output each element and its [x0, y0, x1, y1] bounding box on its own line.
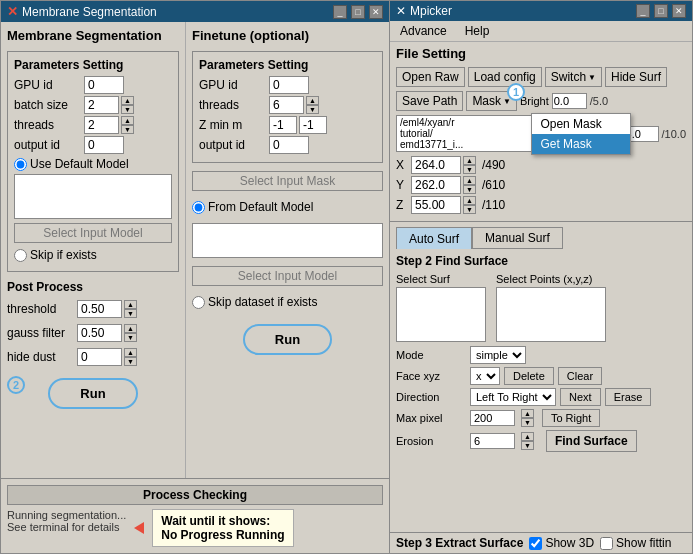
- show-fitting-checkbox[interactable]: [600, 537, 613, 550]
- ft-threads-spinbox: ▲ ▼: [306, 96, 319, 114]
- ft-threads-down[interactable]: ▼: [306, 105, 319, 114]
- show-fitting-row: Show fittin: [600, 536, 671, 550]
- mask-dropdown-menu: Open Mask Get Mask: [531, 113, 631, 155]
- mem-seg-section: Membrane Segmentation Parameters Setting…: [1, 22, 186, 478]
- x-up[interactable]: ▲: [463, 156, 476, 165]
- clear-btn[interactable]: Clear: [558, 367, 602, 385]
- direction-select[interactable]: Left To Right: [470, 388, 556, 406]
- ft-gpu-row: GPU id: [199, 76, 376, 94]
- x-down[interactable]: ▼: [463, 165, 476, 174]
- next-btn[interactable]: Next: [560, 388, 601, 406]
- delete-btn[interactable]: Delete: [504, 367, 554, 385]
- threshold-spinbox: ▲ ▼: [124, 300, 137, 318]
- output-input[interactable]: [84, 136, 124, 154]
- use-default-model-radio[interactable]: [14, 158, 27, 171]
- select-input-mask-btn[interactable]: Select Input Mask: [192, 171, 383, 191]
- erase-btn[interactable]: Erase: [605, 388, 652, 406]
- threads-up[interactable]: ▲: [121, 116, 134, 125]
- ft-gpu-label: GPU id: [199, 78, 269, 92]
- hide-dust-up[interactable]: ▲: [124, 348, 137, 357]
- gauss-input[interactable]: [77, 324, 122, 342]
- face-xyz-select[interactable]: x: [470, 367, 500, 385]
- open-mask-item[interactable]: Open Mask: [532, 114, 630, 134]
- select-input-model-btn-ft[interactable]: Select Input Model: [192, 266, 383, 286]
- gauss-down[interactable]: ▼: [124, 333, 137, 342]
- mpicker-close[interactable]: ✕: [672, 4, 686, 18]
- from-default-label: From Default Model: [208, 200, 313, 214]
- maximize-btn[interactable]: □: [351, 5, 365, 19]
- load-config-btn[interactable]: Load config: [468, 67, 542, 87]
- divider-1: [390, 221, 692, 222]
- threads-input[interactable]: [84, 116, 119, 134]
- zmin-input2[interactable]: [299, 116, 327, 134]
- batch-label: batch size: [14, 98, 84, 112]
- gpu-input[interactable]: [84, 76, 124, 94]
- y-slash: /610: [482, 178, 505, 192]
- mpicker-maximize[interactable]: □: [654, 4, 668, 18]
- zmin-input1[interactable]: [269, 116, 297, 134]
- mode-select[interactable]: simple: [470, 346, 526, 364]
- z-down[interactable]: ▼: [463, 205, 476, 214]
- save-path-btn[interactable]: Save Path: [396, 91, 463, 111]
- zmin-label: Z min m: [199, 118, 269, 132]
- y-down[interactable]: ▼: [463, 185, 476, 194]
- threshold-label: threshold: [7, 302, 77, 316]
- skip-dataset-radio[interactable]: [192, 296, 205, 309]
- x-input[interactable]: [411, 156, 461, 174]
- to-right-btn[interactable]: To Right: [542, 409, 600, 427]
- find-surface-btn[interactable]: Find Surface: [546, 430, 637, 452]
- help-menu[interactable]: Help: [461, 23, 494, 39]
- threads-down[interactable]: ▼: [121, 125, 134, 134]
- max-pixel-input[interactable]: [470, 410, 515, 426]
- hide-dust-down[interactable]: ▼: [124, 357, 137, 366]
- max-pixel-down[interactable]: ▼: [521, 418, 534, 427]
- run-btn-left[interactable]: Run: [48, 378, 137, 409]
- batch-up[interactable]: ▲: [121, 96, 134, 105]
- ft-threads-up[interactable]: ▲: [306, 96, 319, 105]
- gauss-label: gauss filter: [7, 326, 77, 340]
- threshold-up[interactable]: ▲: [124, 300, 137, 309]
- tab-auto-surf[interactable]: Auto Surf: [396, 227, 472, 249]
- skip-dataset-row: Skip dataset if exists: [192, 295, 383, 309]
- advance-menu[interactable]: Advance: [396, 23, 451, 39]
- max-pixel-up[interactable]: ▲: [521, 409, 534, 418]
- select-points-col: Select Points (x,y,z): [496, 273, 606, 342]
- select-input-model-btn[interactable]: Select Input Model: [14, 223, 172, 243]
- mpicker-minimize[interactable]: _: [636, 4, 650, 18]
- erosion-label: Erosion: [396, 435, 466, 447]
- left-panel: ✕ Membrane Segmentation _ □ ✕ Membrane S…: [0, 0, 390, 554]
- from-default-radio[interactable]: [192, 201, 205, 214]
- hide-dust-input[interactable]: [77, 348, 122, 366]
- controls-grid: Mode simple Face xyz x Delete Clear Dire…: [390, 344, 692, 457]
- run-btn-right[interactable]: Run: [243, 324, 332, 355]
- tab-manual-surf[interactable]: Manual Surf: [472, 227, 563, 249]
- open-raw-btn[interactable]: Open Raw: [396, 67, 465, 87]
- batch-down[interactable]: ▼: [121, 105, 134, 114]
- ft-output-input[interactable]: [269, 136, 309, 154]
- left-titlebar: ✕ Membrane Segmentation _ □ ✕: [1, 1, 389, 22]
- ft-threads-input[interactable]: [269, 96, 304, 114]
- skip-exists-radio[interactable]: [14, 249, 27, 262]
- hide-surf-btn[interactable]: Hide Surf: [605, 67, 667, 87]
- minimize-btn[interactable]: _: [333, 5, 347, 19]
- show-3d-checkbox[interactable]: [529, 537, 542, 550]
- ft-gpu-input[interactable]: [269, 76, 309, 94]
- y-input[interactable]: [411, 176, 461, 194]
- process-title: Process Checking: [7, 485, 383, 505]
- y-up[interactable]: ▲: [463, 176, 476, 185]
- z-up[interactable]: ▲: [463, 196, 476, 205]
- erosion-up[interactable]: ▲: [521, 432, 534, 441]
- erosion-down[interactable]: ▼: [521, 441, 534, 450]
- erosion-input[interactable]: [470, 433, 515, 449]
- batch-input[interactable]: [84, 96, 119, 114]
- switch-btn[interactable]: Switch ▼: [545, 67, 602, 87]
- bright-input[interactable]: [552, 93, 587, 109]
- get-mask-item[interactable]: Get Mask: [532, 134, 630, 154]
- step2-title: Step 2 Find Surface: [390, 251, 692, 271]
- step2-row: Select Surf Select Points (x,y,z): [390, 271, 692, 344]
- threshold-input[interactable]: [77, 300, 122, 318]
- close-btn[interactable]: ✕: [369, 5, 383, 19]
- z-input[interactable]: [411, 196, 461, 214]
- threshold-down[interactable]: ▼: [124, 309, 137, 318]
- gauss-up[interactable]: ▲: [124, 324, 137, 333]
